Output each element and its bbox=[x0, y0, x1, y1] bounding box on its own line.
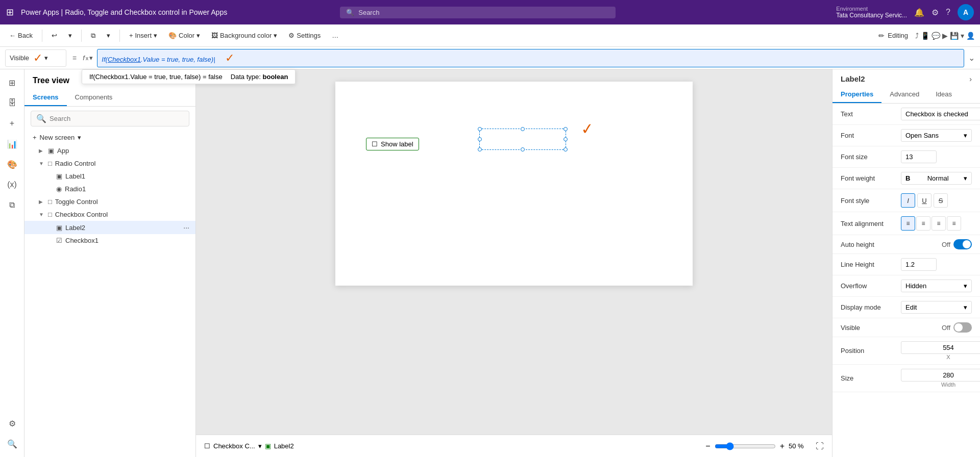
phone-icon[interactable]: 📱 bbox=[921, 32, 929, 40]
handle-ml bbox=[478, 137, 482, 141]
toolbar-sep-2 bbox=[81, 30, 82, 42]
chart-icon-btn[interactable]: 📊 bbox=[3, 135, 21, 153]
insert-icon: + bbox=[129, 32, 133, 39]
tree-item-label2[interactable]: ▣ Label2 ··· bbox=[24, 221, 195, 234]
text-prop-input[interactable] bbox=[901, 108, 980, 120]
align-justify-button[interactable]: ≡ bbox=[947, 216, 961, 231]
copy-button[interactable]: ⧉ bbox=[87, 30, 100, 42]
formula-collapse-icon[interactable]: ⌄ bbox=[968, 53, 975, 63]
font-weight-dropdown[interactable]: B Normal ▾ bbox=[901, 172, 972, 185]
bg-color-dropdown-icon: ▾ bbox=[274, 32, 277, 39]
canvas-label2-element[interactable]: ✓ bbox=[479, 129, 566, 150]
checkbox-box: ☐ bbox=[372, 140, 378, 148]
play-icon[interactable]: ▶ bbox=[942, 32, 948, 40]
help-icon[interactable]: ? bbox=[946, 8, 950, 17]
comment-icon[interactable]: 💬 bbox=[932, 32, 940, 40]
settings-icon-btn[interactable]: ⚙ bbox=[3, 414, 21, 433]
formula-input[interactable]: If(Checkbox1.Value = true, true, false)|… bbox=[97, 49, 964, 67]
variable-icon-btn[interactable]: (x) bbox=[3, 175, 21, 194]
font-size-input[interactable] bbox=[901, 150, 937, 163]
tab-properties[interactable]: Properties bbox=[832, 86, 881, 103]
zoom-out-button[interactable]: − bbox=[705, 442, 710, 451]
checkbox-control-icon: □ bbox=[48, 211, 52, 218]
tree-search-input[interactable] bbox=[50, 115, 184, 122]
tree-item-radio-control[interactable]: ▼ □ Radio Control bbox=[24, 157, 195, 170]
auto-height-switch[interactable] bbox=[953, 239, 972, 249]
tree-item-label: Checkbox1 bbox=[65, 237, 99, 244]
editing-button[interactable]: ✏ Editing bbox=[878, 32, 908, 40]
visible-switch[interactable] bbox=[953, 322, 972, 333]
expand-icon: ▼ bbox=[39, 161, 45, 166]
new-screen-dropdown[interactable]: ▾ bbox=[78, 134, 81, 141]
search-icon-btn[interactable]: 🔍 bbox=[3, 435, 21, 453]
search-box[interactable]: 🔍 Search bbox=[340, 7, 616, 18]
fullscreen-icon[interactable]: ⛶ bbox=[816, 442, 824, 451]
person-icon[interactable]: 👤 bbox=[966, 32, 975, 40]
line-height-input[interactable] bbox=[901, 258, 937, 271]
property-selector[interactable]: Visible ✓ ▾ bbox=[5, 49, 66, 67]
align-right-button[interactable]: ≡ bbox=[932, 216, 946, 231]
font-weight-dropdown-icon: ▾ bbox=[964, 174, 967, 182]
font-dropdown[interactable]: Open Sans ▾ bbox=[901, 129, 972, 142]
avatar[interactable]: A bbox=[958, 4, 974, 20]
save-dropdown[interactable]: ▾ bbox=[961, 32, 964, 40]
bg-color-button[interactable]: 🖼 Background color ▾ bbox=[207, 30, 281, 41]
prop-row-font-size: Font size bbox=[832, 146, 980, 168]
save-icon[interactable]: 💾 bbox=[950, 32, 959, 40]
zoom-in-button[interactable]: + bbox=[780, 442, 785, 451]
fx-dropdown: ▾ bbox=[89, 54, 93, 62]
font-style-buttons: I U S bbox=[901, 193, 948, 208]
underline-button[interactable]: U bbox=[917, 193, 932, 208]
undo-button[interactable]: ↩ bbox=[47, 30, 61, 41]
copy-dropdown[interactable]: ▾ bbox=[103, 30, 114, 41]
display-mode-dropdown[interactable]: Edit ▾ bbox=[901, 301, 972, 314]
canvas-checkbox-element[interactable]: ☐ Show label bbox=[366, 138, 419, 150]
settings-button[interactable]: ⚙ Settings bbox=[284, 30, 325, 41]
more-button[interactable]: … bbox=[328, 30, 342, 41]
align-left-button[interactable]: ≡ bbox=[901, 216, 915, 231]
tree-item-radio1[interactable]: ◉ Radio1 bbox=[24, 183, 195, 195]
canvas-frame: ☐ Show label ✓ bbox=[335, 82, 693, 286]
tree-item-checkbox-control[interactable]: ▼ □ Checkbox Control bbox=[24, 208, 195, 221]
tree-item-checkbox1[interactable]: ☑ Checkbox1 bbox=[24, 234, 195, 247]
tree-item-toggle-control[interactable]: ▶ □ Toggle Control bbox=[24, 195, 195, 208]
insert-icon-btn[interactable]: + bbox=[3, 114, 21, 133]
overflow-dropdown[interactable]: Hidden ▾ bbox=[901, 280, 972, 292]
new-screen-button[interactable]: + New screen ▾ bbox=[24, 131, 195, 144]
insert-button[interactable]: + Insert ▾ bbox=[125, 30, 161, 41]
tab-screens[interactable]: Screens bbox=[24, 89, 67, 106]
back-button[interactable]: ← Back bbox=[5, 30, 37, 41]
align-center-button[interactable]: ≡ bbox=[916, 216, 930, 231]
tree-item-app[interactable]: ▶ ▣ App bbox=[24, 144, 195, 157]
tab-components[interactable]: Components bbox=[67, 89, 121, 106]
settings-icon[interactable]: ⚙ bbox=[932, 8, 939, 17]
label2-ellipsis-button[interactable]: ··· bbox=[183, 223, 189, 232]
prop-row-visible: Visible Off bbox=[832, 318, 980, 337]
data-icon-btn[interactable]: 🗄 bbox=[3, 94, 21, 112]
grid-icon[interactable]: ⊞ bbox=[6, 7, 14, 18]
fx-button[interactable]: f x ▾ bbox=[83, 54, 93, 62]
pencil-icon: ✏ bbox=[878, 32, 885, 40]
share-icon[interactable]: ⤴ bbox=[915, 32, 919, 40]
undo-dropdown[interactable]: ▾ bbox=[64, 30, 76, 41]
strikethrough-button[interactable]: S bbox=[934, 193, 948, 208]
canvas-breadcrumb[interactable]: ☐ Checkbox C... ▾ ▣ Label2 bbox=[204, 442, 294, 450]
paint-icon-btn[interactable]: 🎨 bbox=[3, 155, 21, 173]
component-icon-btn[interactable]: ⧉ bbox=[3, 196, 21, 214]
tab-ideas[interactable]: Ideas bbox=[927, 86, 960, 103]
zoom-slider[interactable] bbox=[715, 442, 776, 450]
color-button[interactable]: 🎨 Color ▾ bbox=[164, 30, 204, 41]
home-icon-btn[interactable]: ⊞ bbox=[3, 73, 21, 92]
position-x-input[interactable] bbox=[901, 341, 980, 354]
position-label: Position bbox=[841, 347, 897, 354]
breadcrumb-checkbox-icon: ☐ bbox=[204, 442, 210, 450]
breadcrumb-checkbox: Checkbox C... bbox=[213, 442, 255, 450]
position-x-group: X bbox=[901, 341, 980, 360]
tree-search-box[interactable]: 🔍 bbox=[31, 111, 189, 126]
size-width-input[interactable] bbox=[901, 369, 980, 382]
italic-button[interactable]: I bbox=[901, 193, 915, 208]
tab-advanced[interactable]: Advanced bbox=[881, 86, 927, 103]
right-panel-expand-icon[interactable]: › bbox=[969, 75, 972, 83]
notification-icon[interactable]: 🔔 bbox=[914, 8, 924, 17]
tree-item-label1[interactable]: ▣ Label1 bbox=[24, 170, 195, 183]
